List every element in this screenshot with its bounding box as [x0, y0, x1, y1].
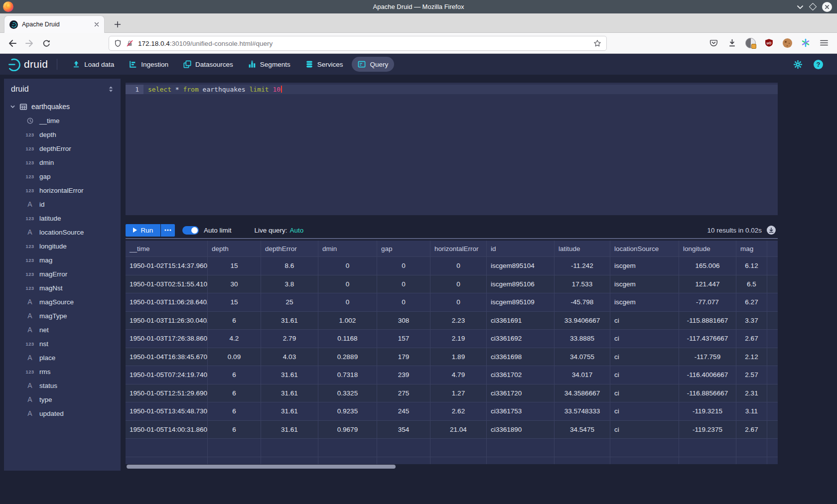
sidebar-column-dmin[interactable]: 123dmin: [4, 155, 121, 169]
back-button[interactable]: [6, 37, 19, 50]
table-cell[interactable]: 17.533: [555, 275, 610, 294]
sidebar-column-mag[interactable]: 123mag: [4, 253, 121, 267]
table-cell[interactable]: -119.2375: [679, 421, 736, 439]
query-text[interactable]: select * from earthquakes limit 10: [148, 85, 282, 94]
table-cell[interactable]: -117.759: [679, 348, 736, 367]
sidebar-column-gap[interactable]: 123gap: [4, 169, 121, 183]
table-cell[interactable]: 15: [208, 257, 261, 275]
sidebar-column-latitude[interactable]: 123latitude: [4, 211, 121, 225]
table-cell[interactable]: 2.12: [736, 348, 767, 367]
table-cell[interactable]: 1950-01-05T13:45:48.730Z: [126, 402, 208, 421]
insecure-lock-icon[interactable]: [126, 39, 134, 47]
table-cell[interactable]: 3.8: [261, 275, 318, 294]
table-cell[interactable]: 2.31: [736, 384, 767, 403]
table-cell[interactable]: 0: [430, 257, 487, 275]
auto-limit-toggle[interactable]: [182, 226, 199, 235]
table-cell[interactable]: 15: [208, 293, 261, 312]
table-cell[interactable]: 2.19: [430, 330, 487, 348]
table-cell[interactable]: 6.27: [736, 293, 767, 312]
nav-item-query[interactable]: Query: [352, 57, 394, 72]
table-cell[interactable]: 1.89: [430, 348, 487, 367]
table-cell[interactable]: ci: [610, 366, 679, 384]
sidebar-column-type[interactable]: Atype: [4, 392, 121, 406]
table-cell[interactable]: 0.9679: [318, 421, 377, 439]
table-cell[interactable]: 0.1168: [318, 330, 377, 348]
table-cell[interactable]: iscgem895106: [487, 275, 555, 294]
table-cell[interactable]: 1.27: [430, 384, 487, 403]
table-cell[interactable]: 0.2889: [318, 348, 377, 367]
table-cell[interactable]: 245: [377, 402, 430, 421]
table-cell[interactable]: 31.61: [261, 366, 318, 384]
sidebar-column-place[interactable]: Aplace: [4, 351, 121, 365]
table-cell[interactable]: ci: [610, 348, 679, 367]
table-cell[interactable]: -45.798: [555, 293, 610, 312]
table-cell[interactable]: 1950-01-03T17:26:38.860Z: [126, 330, 208, 348]
table-cell[interactable]: 6.5: [736, 275, 767, 294]
table-cell[interactable]: ci3361890: [487, 421, 555, 439]
cookie-extension-icon[interactable]: [781, 37, 793, 49]
table-cell[interactable]: 0: [318, 257, 377, 275]
table-cell[interactable]: ci: [610, 402, 679, 421]
url-text[interactable]: 172.18.0.4:30109/unified-console.html#qu…: [138, 40, 589, 47]
table-cell[interactable]: 6: [208, 312, 261, 330]
help-icon[interactable]: ?: [814, 60, 823, 69]
table-cell[interactable]: -117.4376667: [679, 330, 736, 348]
table-cell[interactable]: 31.61: [261, 312, 318, 330]
browser-tab[interactable]: Apache Druid: [4, 15, 105, 33]
table-cell[interactable]: 157: [377, 330, 430, 348]
settings-gear-icon[interactable]: [793, 60, 803, 69]
more-options-button[interactable]: [161, 224, 175, 237]
table-cell[interactable]: 1950-01-05T12:51:29.690Z: [126, 384, 208, 403]
table-cell[interactable]: 31.61: [261, 384, 318, 403]
table-cell[interactable]: 0: [318, 293, 377, 312]
reload-button[interactable]: [40, 37, 53, 50]
sidebar-column-net[interactable]: Anet: [4, 323, 121, 337]
table-cell[interactable]: 4.79: [430, 366, 487, 384]
table-cell[interactable]: 34.3586667: [555, 384, 610, 403]
colorful-asterisk-extension-icon[interactable]: [800, 37, 812, 49]
table-cell[interactable]: iscgem: [610, 257, 679, 275]
table-cell[interactable]: 4.2: [208, 330, 261, 348]
url-bar[interactable]: 172.18.0.4:30109/unified-console.html#qu…: [109, 36, 607, 51]
table-cell[interactable]: iscgem: [610, 293, 679, 312]
sidebar-column-horizontalError[interactable]: 123horizontalError: [4, 183, 121, 197]
table-cell[interactable]: 0: [430, 275, 487, 294]
sidebar-column-nst[interactable]: 123nst: [4, 337, 121, 351]
table-cell[interactable]: 33.5748333: [555, 402, 610, 421]
table-cell[interactable]: 6: [208, 421, 261, 439]
table-cell[interactable]: 34.0755: [555, 348, 610, 367]
live-query-value[interactable]: Auto: [290, 227, 304, 234]
sidebar-column-__time[interactable]: __time: [4, 114, 121, 127]
nav-item-load-data[interactable]: Load data: [66, 57, 120, 72]
table-cell[interactable]: 1950-01-04T16:38:45.670Z: [126, 348, 208, 367]
table-cell[interactable]: 121.447: [679, 275, 736, 294]
table-cell[interactable]: 354: [377, 421, 430, 439]
table-cell[interactable]: ci3361698: [487, 348, 555, 367]
extension-account-icon[interactable]: [744, 37, 756, 49]
header-cell[interactable]: longitude: [679, 241, 736, 257]
table-cell[interactable]: 0: [430, 293, 487, 312]
table-cell[interactable]: 1950-01-05T14:00:31.860Z: [126, 421, 208, 439]
nav-item-ingestion[interactable]: Ingestion: [123, 57, 174, 72]
table-cell[interactable]: -115.8881667: [679, 312, 736, 330]
download-results-icon[interactable]: [767, 226, 776, 235]
table-cell[interactable]: 34.5475: [555, 421, 610, 439]
query-editor[interactable]: 1 select * from earthquakes limit 10: [126, 83, 778, 215]
table-cell[interactable]: 1950-01-05T07:24:19.740Z: [126, 366, 208, 384]
table-cell[interactable]: 3.37: [736, 312, 767, 330]
table-cell[interactable]: -11.242: [555, 257, 610, 275]
table-cell[interactable]: 239: [377, 366, 430, 384]
table-cell[interactable]: 0.09: [208, 348, 261, 367]
table-cell[interactable]: 1950-01-03T11:26:30.040Z: [126, 312, 208, 330]
sidebar-column-magError[interactable]: 123magError: [4, 267, 121, 281]
table-cell[interactable]: 33.8885: [555, 330, 610, 348]
table-cell[interactable]: ci3361702: [487, 366, 555, 384]
table-cell[interactable]: 308: [377, 312, 430, 330]
nav-item-segments[interactable]: Segments: [242, 57, 296, 72]
downloads-icon[interactable]: [726, 37, 738, 49]
table-cell[interactable]: 2.67: [736, 330, 767, 348]
header-cell[interactable]: latitude: [555, 241, 610, 257]
ublock-origin-icon[interactable]: uO: [763, 37, 775, 49]
menu-hamburger-icon[interactable]: [818, 37, 830, 49]
table-cell[interactable]: 21.04: [430, 421, 487, 439]
